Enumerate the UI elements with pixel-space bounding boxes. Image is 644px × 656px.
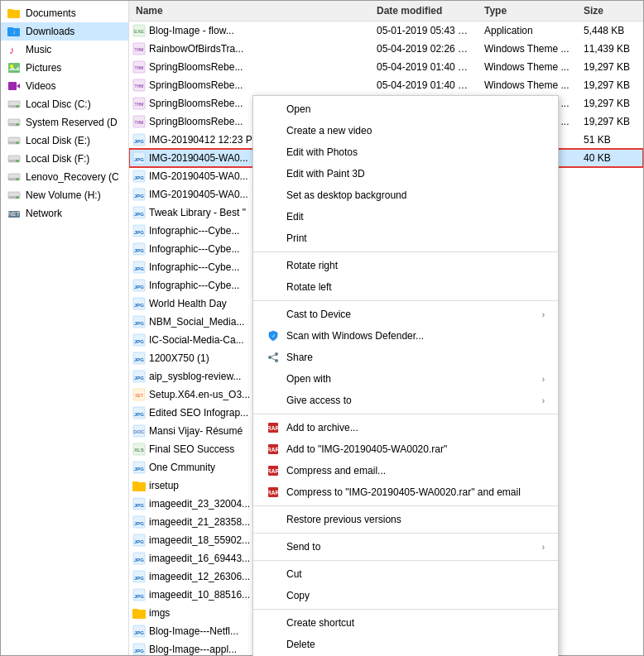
empty-icon <box>267 513 280 526</box>
context-menu-item-print[interactable]: Print <box>253 227 558 249</box>
sidebar-item-network[interactable]: NETNetwork <box>1 204 128 223</box>
context-menu-item-open[interactable]: Open <box>253 98 558 120</box>
header-size[interactable]: Size <box>577 2 643 19</box>
context-menu-item-rotate-right[interactable]: Rotate right <box>253 255 558 276</box>
context-menu-label: Edit with Paint 3D <box>286 168 365 180</box>
sidebar-item-local-disk--f--[interactable]: Local Disk (F:) <box>1 150 128 168</box>
empty-icon <box>267 394 280 407</box>
file-size <box>577 520 643 524</box>
context-menu-item-rotate-left[interactable]: Rotate left <box>253 276 558 298</box>
context-menu-item-compress-to--img-20190405-wa00[interactable]: RARCompress to "IMG-20190405-WA0020.rar"… <box>253 481 558 503</box>
header-type[interactable]: Type <box>478 2 577 19</box>
sidebar-item-documents[interactable]: Documents <box>1 4 128 22</box>
context-menu-item-set-as-desktop-background[interactable]: Set as desktop background <box>253 184 558 206</box>
svg-rect-82 <box>132 481 138 484</box>
context-menu-item-copy[interactable]: Copy <box>253 585 558 606</box>
file-name: Blog-Image - flow... <box>149 25 234 36</box>
file-type-icon: JPG <box>132 170 146 183</box>
context-menu-item-edit-with-paint-3d[interactable]: Edit with Paint 3D <box>253 163 558 184</box>
table-row[interactable]: EXEBlog-Image - flow...05-01-2019 05:43 … <box>129 22 643 40</box>
empty-icon <box>267 167 280 180</box>
file-name: One Cmmunity <box>149 462 215 473</box>
sidebar-label: System Reserved (D <box>26 117 118 128</box>
sidebar-item-lenovo-recovery--c[interactable]: Lenovo_Recovery (C <box>1 168 128 186</box>
header-date[interactable]: Date modified <box>370 2 478 19</box>
file-name: Blog-Image---Netfl... <box>149 625 238 637</box>
svg-text:JPG: JPG <box>134 175 144 180</box>
context-menu-item-cast-to-device[interactable]: Cast to Device› <box>253 304 558 325</box>
context-menu-item-create-shortcut[interactable]: Create shortcut <box>253 612 558 634</box>
file-list-header: Name Date modified Type Size <box>129 1 643 22</box>
svg-text:JPG: JPG <box>134 230 144 235</box>
file-size <box>577 302 643 305</box>
context-menu-item-give-access-to[interactable]: Give access to› <box>253 390 558 411</box>
context-menu-item-cut[interactable]: Cut <box>253 563 558 585</box>
context-menu-label: Edit with Photos <box>286 146 358 158</box>
context-menu-item-open-with[interactable]: Open with› <box>253 368 558 390</box>
context-menu-item-scan-with-windows-defender---[interactable]: ✓Scan with Windows Defender... <box>253 325 558 347</box>
file-size <box>577 466 643 469</box>
context-menu-label: Open <box>286 103 310 115</box>
file-name-cell: EXEBlog-Image - flow... <box>129 22 370 39</box>
sidebar-item-local-disc--c--[interactable]: Local Disc (C:) <box>1 95 128 113</box>
svg-text:NET: NET <box>8 211 21 217</box>
svg-text:↓: ↓ <box>12 28 16 36</box>
file-type-icon: EXE <box>132 24 146 37</box>
context-menu-label: Set as desktop background <box>286 189 406 201</box>
context-menu-item-share[interactable]: Share <box>253 347 558 368</box>
header-name[interactable]: Name <box>129 2 370 19</box>
file-type-icon: JPG <box>132 352 146 365</box>
sidebar-item-local-disk--e--[interactable]: Local Disk (E:) <box>1 132 128 150</box>
svg-point-13 <box>17 105 19 108</box>
context-menu-item-add-to-archive---[interactable]: RARAdd to archive... <box>253 417 558 438</box>
sidebar-item-new-volume--h--[interactable]: New Volume (H:) <box>1 186 128 204</box>
file-name-cell: THMSpringBloomsRebe... <box>129 77 370 93</box>
svg-text:♪: ♪ <box>9 44 15 55</box>
table-row[interactable]: THMSpringBloomsRebe...05-04-2019 01:40 P… <box>129 76 643 94</box>
sidebar-item-system-reserved--d[interactable]: System Reserved (D <box>1 113 128 132</box>
drive-icon <box>7 152 21 165</box>
file-type-icon: JPG <box>132 370 146 383</box>
context-menu-item-edit[interactable]: Edit <box>253 206 558 227</box>
sidebar-label: Downloads <box>26 26 74 37</box>
sidebar-label: Pictures <box>26 62 61 74</box>
table-row[interactable]: THMRainbowOfBirdsTra...05-04-2019 02:26 … <box>129 40 643 58</box>
svg-line-107 <box>270 354 276 357</box>
context-menu-item-compress-and-email---[interactable]: RARCompress and email... <box>253 460 558 481</box>
empty-icon <box>267 232 280 245</box>
file-name: Infographic---Cybe... <box>149 280 239 291</box>
file-name: imageedit_23_32004... <box>149 498 250 510</box>
file-size <box>577 411 643 414</box>
file-type-icon: JPG <box>132 497 146 510</box>
context-menu-item-send-to[interactable]: Send to› <box>253 536 558 558</box>
svg-rect-1 <box>7 9 13 12</box>
file-size <box>577 539 643 542</box>
sidebar-item-videos[interactable]: Videos <box>1 77 128 95</box>
context-menu-item-delete[interactable]: Delete <box>253 634 558 655</box>
table-row[interactable]: THMSpringBloomsRebe...05-04-2019 01:40 P… <box>129 58 643 76</box>
file-name: Tweak Library - Best " <box>149 207 246 218</box>
context-menu-item-create-a-new-video[interactable]: Create a new video <box>253 120 558 141</box>
file-size <box>577 448 643 451</box>
file-type-icon <box>132 479 146 492</box>
sidebar-item-pictures[interactable]: Pictures <box>1 59 128 77</box>
context-menu-label: Compress to "IMG-20190405-WA0020.rar" an… <box>286 486 521 498</box>
file-type-icon: THM <box>132 79 146 92</box>
context-menu-item-add-to--img-20190405-wa0020-ra[interactable]: RARAdd to "IMG-20190405-WA0020.rar" <box>253 438 558 460</box>
file-type-icon: JPG <box>132 534 146 547</box>
file-size: 5,448 KB <box>577 23 643 38</box>
pictures-icon <box>7 61 21 74</box>
drive-icon <box>7 189 21 202</box>
sidebar-item-music[interactable]: ♪Music <box>1 41 128 59</box>
sidebar-item-downloads[interactable]: ↓Downloads <box>1 22 128 41</box>
svg-text:JPG: JPG <box>134 467 144 472</box>
empty-icon <box>267 280 280 294</box>
context-menu-item-edit-with-photos[interactable]: Edit with Photos <box>253 141 558 163</box>
svg-text:RAR: RAR <box>267 490 279 496</box>
context-menu-label: Delete <box>286 639 315 650</box>
file-type-icon: JPG <box>132 515 146 529</box>
svg-text:JPG: JPG <box>134 139 144 144</box>
file-name: Mansi Vijay- Résumé <box>149 425 243 437</box>
svg-text:JPG: JPG <box>134 649 144 654</box>
context-menu-item-restore-previous-versions[interactable]: Restore previous versions <box>253 509 558 530</box>
